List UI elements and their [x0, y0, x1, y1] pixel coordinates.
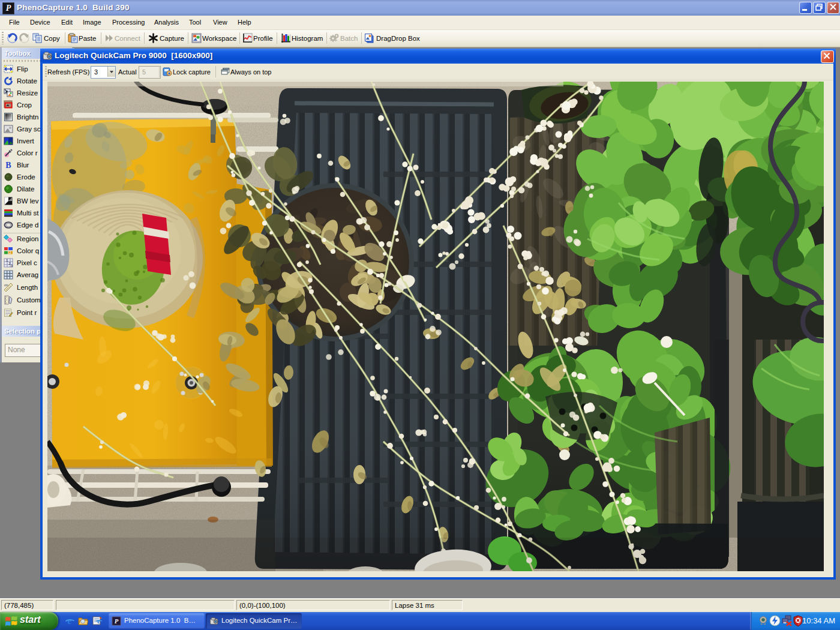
svg-text:e: e: [97, 617, 100, 625]
svg-text:P: P: [115, 618, 119, 625]
svg-text:cm: cm: [4, 283, 8, 287]
svg-text:e: e: [67, 616, 71, 626]
svg-text:3: 3: [11, 264, 13, 268]
svg-text:1: 1: [6, 259, 8, 262]
svg-text:B: B: [5, 161, 11, 170]
